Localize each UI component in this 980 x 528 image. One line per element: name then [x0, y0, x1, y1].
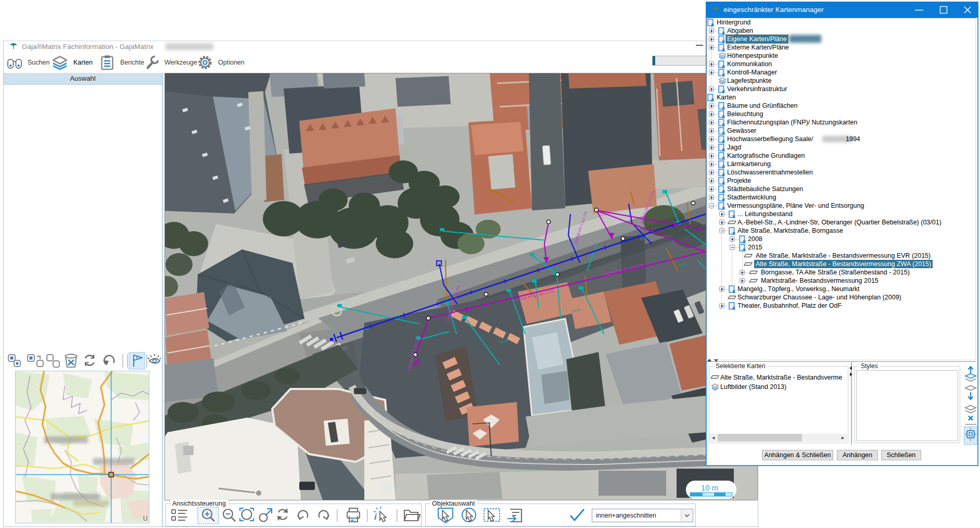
svg-text:10 m: 10 m: [701, 483, 718, 492]
svg-text:U: U: [143, 515, 148, 522]
svg-text:i: i: [374, 512, 377, 522]
